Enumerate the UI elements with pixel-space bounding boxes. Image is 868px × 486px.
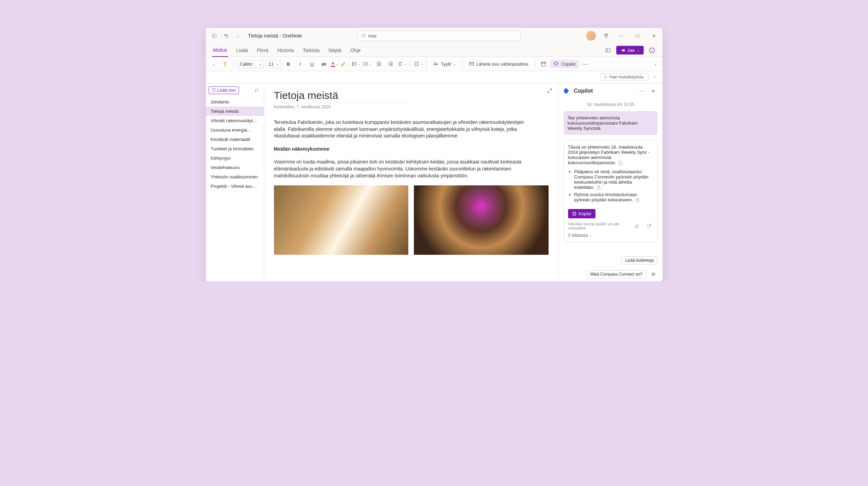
tab-historia[interactable]: Historia — [277, 44, 294, 57]
meeting-details-icon[interactable] — [539, 59, 548, 69]
svg-point-8 — [352, 65, 353, 66]
copilot-more-icon[interactable]: ⋯ — [637, 87, 646, 95]
svg-point-0 — [212, 34, 216, 38]
intro-paragraph[interactable]: Tervetuloa Fabrikamiin, joka on luotetta… — [274, 119, 538, 140]
page-item[interactable]: Projektit - Vihreä asukas… — [206, 182, 264, 191]
close-button[interactable]: ✕ — [650, 32, 658, 40]
italic-button[interactable]: I — [295, 59, 305, 69]
ribbon-collapse-icon[interactable]: ⌄ — [651, 60, 660, 68]
reference-badge[interactable]: 1 — [618, 161, 623, 166]
suggestion-2[interactable]: Mikä Compass Connect on? — [586, 270, 646, 278]
search-placeholder: Hae — [368, 33, 377, 39]
highlight-button[interactable]: ⌄ — [341, 61, 350, 67]
vision-heading[interactable]: Meidän näkemyksemme — [274, 146, 538, 153]
svg-text:3: 3 — [363, 64, 364, 66]
ribbon-right-controls: Jaa ⌄ — [604, 46, 656, 55]
maximize-button[interactable]: ▢ — [633, 32, 642, 40]
font-color-button[interactable]: A⌄ — [331, 61, 339, 67]
page-date: Keskiviikko, 7. kesäkuuta 2025 — [274, 104, 549, 109]
panel-toggle-icon[interactable] — [604, 46, 612, 55]
page-item[interactable]: Vesitehokkuus — [206, 163, 264, 172]
styles-button[interactable]: Aa Tyylit⌄ — [430, 60, 459, 68]
tab-ohje[interactable]: Ohje — [350, 44, 361, 57]
svg-rect-2 — [606, 49, 610, 52]
svg-rect-33 — [541, 62, 545, 66]
search-input[interactable]: Hae — [358, 31, 521, 41]
search-scope-dropdown[interactable]: ⌄ — [653, 73, 656, 81]
page-item[interactable]: Johdanto — [206, 97, 264, 107]
send-page-email-button[interactable]: Lähetä sivu sähköpostitse — [466, 60, 531, 68]
copilot-header-icon[interactable] — [648, 46, 656, 55]
underline-button[interactable]: U — [307, 59, 317, 69]
toolbar-overflow-icon[interactable]: ⋯ — [581, 60, 589, 68]
vision-paragraph[interactable]: Visiomme on luoda maailma, jossa jokaine… — [274, 159, 538, 179]
reference-badge[interactable]: 3 — [635, 198, 640, 203]
window-title: Tietoja meistä - OneNote — [248, 33, 302, 39]
thumbs-up-icon[interactable] — [633, 222, 641, 230]
page-title[interactable]: Tietoja meistä — [274, 90, 413, 103]
title-bar-right: ─ ▢ ✕ — [586, 31, 658, 41]
content-area: Lisää sivu Johdanto Tietoja meistä Vihre… — [206, 83, 662, 281]
refresh-suggestions-icon[interactable] — [649, 270, 658, 278]
tab-nayta[interactable]: Näytä — [328, 44, 342, 57]
svg-point-7 — [352, 64, 353, 65]
page-canvas[interactable]: Tietoja meistä Keskiviikko, 7. kesäkuuta… — [264, 83, 558, 281]
page-item[interactable]: Yhteisön osallistuminen — [206, 172, 264, 182]
back-icon[interactable] — [210, 32, 218, 40]
bold-button[interactable]: B — [284, 59, 293, 69]
bullets-button[interactable]: ⌄ — [352, 61, 361, 67]
window-controls: ─ ▢ ✕ — [617, 32, 658, 40]
customize-qat-icon[interactable]: ⌄ — [234, 32, 242, 40]
ai-bullet-2: Ryhmä suostui ilmoittautumaan pyöreän pö… — [574, 192, 637, 202]
tab-lisaa[interactable]: Lisää — [236, 44, 249, 57]
font-family-select[interactable]: Calibri⌄ — [237, 60, 264, 68]
svg-point-1 — [362, 34, 365, 37]
reference-badge[interactable]: 2 — [596, 185, 601, 190]
page-item[interactable]: Tietoja meistä — [206, 107, 264, 116]
decrease-indent-button[interactable] — [374, 59, 384, 69]
diamond-icon[interactable] — [602, 32, 610, 40]
content-image-2[interactable] — [414, 185, 549, 255]
add-page-button[interactable]: Lisää sivu — [209, 86, 239, 94]
page-item[interactable]: Kestävät materiaalit — [206, 135, 264, 144]
ribbon-tabs: Aloitus Lisää Piirrä Historia Tarkista N… — [206, 44, 662, 57]
copilot-toolbar-button[interactable]: Copilot — [550, 60, 579, 68]
page-item[interactable]: Kiihtyvyys — [206, 153, 264, 163]
copy-button[interactable]: Kopioi — [568, 209, 595, 218]
sort-pages-icon[interactable] — [253, 86, 261, 94]
copilot-conversation: 16. maaliskuuta klo 15.55 Tee yhteenveto… — [559, 99, 662, 253]
page-item[interactable]: Vihreät rakennuskäytännöt — [206, 116, 264, 125]
svg-point-6 — [352, 62, 353, 63]
undo-icon[interactable] — [222, 32, 230, 40]
page-list-panel: Lisää sivu Johdanto Tietoja meistä Vihre… — [206, 83, 264, 281]
references-toggle[interactable]: 3 viittausta ⌄ — [568, 233, 653, 238]
search-notebooks-input[interactable]: Hae muistikirjoista — [600, 73, 649, 81]
ai-intro-text: Tässä on yhteenveto 18. maaliskuuta 2024… — [568, 144, 650, 165]
minimize-button[interactable]: ─ — [617, 32, 625, 40]
tab-aloitus[interactable]: Aloitus — [212, 44, 228, 57]
notebook-search-bar: Hae muistikirjoista ⌄ — [206, 71, 662, 83]
paste-icon[interactable]: ⌄ — [209, 59, 218, 69]
ai-message: Tässä on yhteenveto 18. maaliskuuta 2024… — [564, 140, 658, 242]
title-bar-left: ⌄ Tietoja meistä - OneNote — [210, 32, 302, 40]
expand-page-icon[interactable] — [547, 88, 552, 94]
suggestion-row: Mikä Compass Connect on? — [559, 267, 662, 281]
align-button[interactable]: ⌄ — [398, 61, 407, 67]
page-item[interactable]: Uusiutuva energia… — [206, 125, 264, 135]
content-image-1[interactable] — [274, 185, 409, 255]
share-label: Jaa — [627, 48, 635, 53]
suggestion-1[interactable]: Lisää lisätietoja — [621, 256, 657, 265]
tags-button[interactable]: ⌄ — [414, 61, 423, 67]
increase-indent-button[interactable] — [386, 59, 395, 69]
avatar[interactable] — [586, 31, 596, 41]
thumbs-down-icon[interactable] — [645, 222, 653, 230]
strikethrough-button[interactable]: ab — [319, 59, 329, 69]
page-item[interactable]: Tuotteet ja hinnoittelu — [206, 144, 264, 153]
tab-piirra[interactable]: Piirrä — [256, 44, 269, 57]
copilot-close-icon[interactable]: ✕ — [649, 87, 658, 95]
share-button[interactable]: Jaa ⌄ — [616, 46, 644, 55]
tab-tarkista[interactable]: Tarkista — [302, 44, 320, 57]
numbering-button[interactable]: 123⌄ — [363, 61, 372, 67]
font-size-select[interactable]: 11⌄ — [266, 60, 281, 68]
format-painter-icon[interactable] — [220, 59, 230, 69]
